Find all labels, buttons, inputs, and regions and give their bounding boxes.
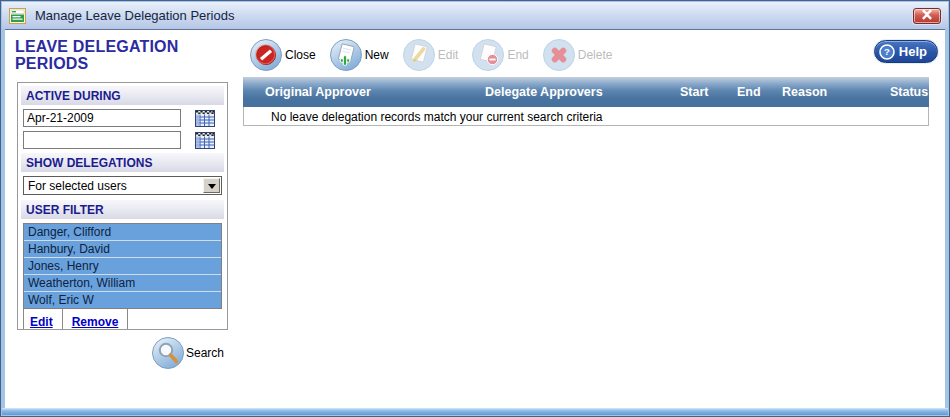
empty-results-message: No leave delegation records match your c… <box>243 107 929 126</box>
window-close-button[interactable] <box>913 8 941 24</box>
column-header-status: Status <box>890 85 929 99</box>
new-button-label: New <box>365 48 389 62</box>
list-item[interactable]: Wolf, Eric W <box>24 292 221 308</box>
page-title: LEAVE DELEGATION PERIODS <box>15 38 205 72</box>
close-button-label: Close <box>285 48 316 62</box>
user-filter-list: Danger, Clifford Hanbury, David Jones, H… <box>23 223 222 309</box>
edit-link-cell: Edit <box>23 309 63 330</box>
manage-leave-delegation-window: Manage Leave Delegation Periods LEAVE DE… <box>0 0 950 417</box>
close-button[interactable]: Close <box>249 38 316 72</box>
form-window-icon <box>9 8 26 24</box>
date-to-input[interactable] <box>23 131 181 149</box>
delete-icon <box>542 38 576 72</box>
toolbar: Close New <box>249 38 612 72</box>
search-button[interactable]: Search <box>151 336 224 370</box>
close-x-icon <box>919 9 935 20</box>
help-question-icon: ? <box>879 44 895 60</box>
date-from-calendar-button[interactable] <box>195 110 215 127</box>
end-button: End <box>471 38 528 72</box>
show-delegations-select[interactable]: For selected users <box>23 176 222 195</box>
close-icon <box>249 38 283 72</box>
grid-header-row: Original Approver Delegate Approvers Sta… <box>243 77 929 107</box>
date-from-input[interactable] <box>23 109 181 127</box>
date-to-calendar-button[interactable] <box>195 132 215 149</box>
delete-button: Delete <box>542 38 613 72</box>
calendar-icon <box>195 132 215 149</box>
list-item[interactable]: Jones, Henry <box>24 258 221 275</box>
delete-button-label: Delete <box>578 48 613 62</box>
calendar-icon <box>195 110 215 127</box>
filter-panel: ACTIVE DURING <box>17 82 228 330</box>
date-to-row <box>23 131 222 149</box>
show-delegations-header: SHOW DELEGATIONS <box>21 153 224 172</box>
user-filter-header: USER FILTER <box>21 200 224 219</box>
user-filter-actions: Edit Remove <box>23 309 222 330</box>
window-content: LEAVE DELEGATION PERIODS ACTIVE DURING <box>5 29 945 408</box>
delegations-grid: Original Approver Delegate Approvers Sta… <box>243 77 929 126</box>
window-title: Manage Leave Delegation Periods <box>35 8 234 23</box>
select-dropdown-arrow-icon[interactable] <box>203 178 220 193</box>
list-item[interactable]: Danger, Clifford <box>24 224 221 241</box>
new-button[interactable]: New <box>329 38 389 72</box>
column-header-original-approver: Original Approver <box>243 85 485 99</box>
column-header-reason: Reason <box>782 85 890 99</box>
edit-users-link[interactable]: Edit <box>30 315 53 329</box>
main-region: Close New <box>239 30 945 408</box>
help-button[interactable]: ? Help <box>874 40 938 63</box>
remove-link-cell: Remove <box>63 309 129 330</box>
list-item[interactable]: Weatherton, William <box>24 275 221 292</box>
search-icon <box>151 336 185 370</box>
remove-users-link[interactable]: Remove <box>72 315 119 329</box>
svg-text:?: ? <box>884 46 890 57</box>
list-item[interactable]: Hanbury, David <box>24 241 221 258</box>
edit-icon <box>402 38 436 72</box>
search-button-label: Search <box>186 346 224 360</box>
title-bar: Manage Leave Delegation Periods <box>2 2 948 29</box>
edit-button-label: Edit <box>438 48 459 62</box>
column-header-start: Start <box>680 85 737 99</box>
show-delegations-selected-value: For selected users <box>28 179 127 193</box>
end-icon <box>471 38 505 72</box>
help-button-label: Help <box>899 44 927 59</box>
date-from-row <box>23 109 222 127</box>
edit-button: Edit <box>402 38 459 72</box>
end-button-label: End <box>507 48 528 62</box>
active-during-header: ACTIVE DURING <box>21 86 224 105</box>
new-icon <box>329 38 363 72</box>
column-header-end: End <box>737 85 782 99</box>
column-header-delegate-approvers: Delegate Approvers <box>485 85 680 99</box>
window-bottom-frame <box>2 408 948 415</box>
